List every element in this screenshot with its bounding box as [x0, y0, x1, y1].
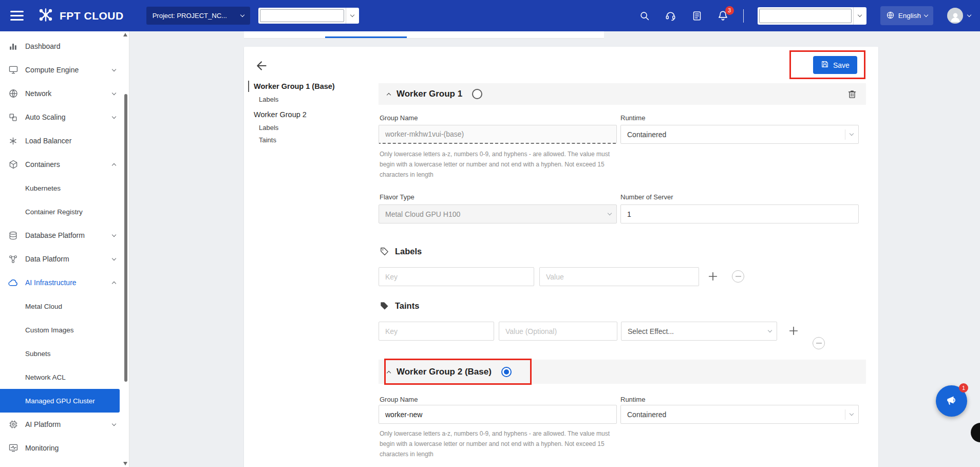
megaphone-icon — [945, 393, 959, 409]
logo-mark-icon — [37, 6, 54, 26]
global-search-dropdown-button[interactable] — [346, 8, 359, 24]
flavor-type-select-wg1: Metal Cloud GPU H100 — [379, 204, 617, 223]
delete-worker-group-1-icon[interactable] — [847, 89, 857, 100]
language-selector[interactable]: English — [880, 6, 933, 25]
labels-subsection-header: Labels — [380, 247, 422, 256]
sidebar-item-database-platform[interactable]: Database Platform — [0, 223, 129, 247]
sidebar-item-containers[interactable]: Containers — [0, 153, 129, 176]
sidebar-scroll-up-arrow[interactable] — [123, 33, 127, 36]
sidebar-scroll-down-arrow[interactable] — [123, 462, 127, 465]
sidebar-item-custom-images[interactable]: Custom Images — [0, 318, 129, 342]
chevron-down-icon — [768, 328, 772, 332]
flavor-type-value: Metal Cloud GPU H100 — [385, 210, 608, 218]
back-arrow-button[interactable] — [255, 59, 269, 72]
remove-taint-button[interactable] — [813, 337, 825, 349]
docs-icon[interactable] — [691, 10, 703, 22]
navbar-divider — [743, 9, 744, 23]
sidebar-item-dashboard[interactable]: Dashboard — [0, 34, 129, 58]
fpt-cloud-logo[interactable]: FPT CLOUD — [37, 6, 124, 26]
chevron-up-icon — [112, 163, 116, 167]
number-of-server-input-wg1[interactable] — [620, 204, 859, 223]
sidebar-item-label: Subnets — [25, 350, 51, 358]
main-content-area: Save Worker Group 1 (Base) Labels Worker… — [129, 31, 980, 467]
worker-group-form-column: Worker Group 1 Group Name Runtime Contai… — [379, 83, 866, 467]
sidebar-item-kubernetes[interactable]: Kubernetes — [0, 176, 129, 200]
chevron-down-icon — [967, 13, 971, 17]
global-search-combobox[interactable] — [258, 8, 359, 24]
group-name-label: Group Name — [380, 396, 418, 403]
scope-search-combobox[interactable] — [758, 7, 866, 25]
runtime-select-wg1[interactable]: Containered — [620, 125, 859, 144]
worker-group-2-header[interactable]: Worker Group 2 (Base) — [379, 360, 866, 384]
chevron-down-icon — [924, 13, 928, 17]
support-icon[interactable] — [665, 10, 677, 22]
runtime-label: Runtime — [620, 114, 645, 122]
tree-item-wg2-labels[interactable]: Labels — [248, 123, 366, 133]
sidebar-item-subnets[interactable]: Subnets — [0, 342, 129, 365]
chevron-down-icon — [350, 13, 354, 17]
sidebar-item-load-balancer[interactable]: Load Balancer — [0, 129, 129, 153]
taint-value-input[interactable] — [499, 322, 617, 341]
label-key-input[interactable] — [379, 267, 534, 286]
taints-subsection-header: Taints — [380, 301, 419, 311]
select-divider — [845, 409, 845, 420]
chevron-down-icon — [850, 132, 854, 136]
runtime-value: Containered — [627, 410, 845, 419]
save-button[interactable]: Save — [813, 56, 857, 74]
add-label-button[interactable] — [707, 271, 719, 282]
user-menu[interactable] — [947, 8, 971, 24]
notification-count-badge: 3 — [725, 6, 734, 15]
sidebar-item-compute-engine[interactable]: Compute Engine — [0, 58, 129, 82]
sidebar-item-network-acl[interactable]: Network ACL — [0, 365, 129, 389]
project-selector[interactable]: Project: PROJECT_NC... — [146, 7, 250, 25]
sidebar-item-label: Custom Images — [25, 326, 74, 334]
screen: FPT CLOUD Project: PROJECT_NC... — [0, 0, 980, 467]
notifications-bell-icon[interactable]: 3 — [717, 10, 729, 22]
worker-groups-tree: Worker Group 1 (Base) Labels Worker Grou… — [248, 81, 366, 145]
tree-item-wg1-labels[interactable]: Labels — [248, 95, 366, 104]
sidebar-item-label: Monitoring — [25, 444, 59, 452]
tree-item-worker-group-2[interactable]: Worker Group 2 — [248, 109, 366, 120]
chevron-down-icon — [850, 412, 854, 416]
scope-search-dropdown-button[interactable] — [853, 7, 866, 25]
sidebar-item-data-platform[interactable]: Data Platform — [0, 247, 129, 271]
sidebar-item-metal-cloud[interactable]: Metal Cloud — [0, 294, 129, 318]
active-tab-underline — [325, 36, 407, 38]
sidebar-item-label: Managed GPU Cluster — [25, 397, 95, 405]
sidebar-item-network[interactable]: Network — [0, 82, 129, 105]
remove-label-button[interactable] — [732, 270, 744, 283]
label-tag-icon — [380, 247, 389, 256]
global-search-input[interactable] — [260, 9, 344, 22]
sidebar-item-ai-infrastructure[interactable]: AI Infrastructure — [0, 271, 129, 294]
sidebar-item-label: Network ACL — [25, 373, 66, 381]
worker-group-1-base-radio[interactable] — [472, 89, 482, 99]
menu-icon[interactable] — [10, 11, 24, 21]
group-name-help-text: Only lowercase letters a-z, numbers 0-9,… — [380, 428, 622, 459]
worker-group-1-header[interactable]: Worker Group 1 — [379, 83, 866, 105]
scope-search-input[interactable] — [759, 9, 852, 23]
taint-key-input[interactable] — [379, 322, 494, 341]
feedback-chat-button[interactable]: 1 — [936, 385, 967, 417]
tree-item-wg2-taints[interactable]: Taints — [248, 135, 366, 145]
search-icon[interactable] — [638, 10, 651, 22]
group-name-input-wg2[interactable] — [379, 405, 617, 424]
runtime-select-wg2[interactable]: Containered — [620, 405, 859, 424]
chevron-down-icon — [240, 13, 244, 17]
label-value-input[interactable] — [539, 267, 699, 286]
runtime-value: Containered — [627, 130, 845, 139]
worker-group-1-title: Worker Group 1 — [397, 89, 462, 99]
sidebar-scrollbar-thumb[interactable] — [124, 94, 127, 382]
taint-effect-select[interactable]: Select Effect... — [621, 322, 777, 341]
add-taint-button[interactable] — [788, 325, 799, 337]
sidebar-item-managed-gpu-cluster[interactable]: Managed GPU Cluster — [0, 389, 120, 413]
sidebar-item-ai-platform[interactable]: AI Platform — [0, 413, 129, 436]
sidebar-item-label: Container Registry — [25, 208, 83, 216]
sidebar-item-container-registry[interactable]: Container Registry — [0, 200, 129, 223]
sidebar-item-partial[interactable] — [0, 460, 129, 467]
sidebar-item-auto-scaling[interactable]: Auto Scaling — [0, 105, 129, 129]
worker-group-2-base-radio[interactable] — [501, 367, 512, 377]
tree-item-worker-group-1[interactable]: Worker Group 1 (Base) — [248, 81, 366, 92]
sidebar-item-monitoring[interactable]: Monitoring — [0, 436, 129, 460]
navbar-right-cluster: 3 English — [638, 6, 971, 25]
sidebar-item-label: Data Platform — [25, 255, 69, 263]
